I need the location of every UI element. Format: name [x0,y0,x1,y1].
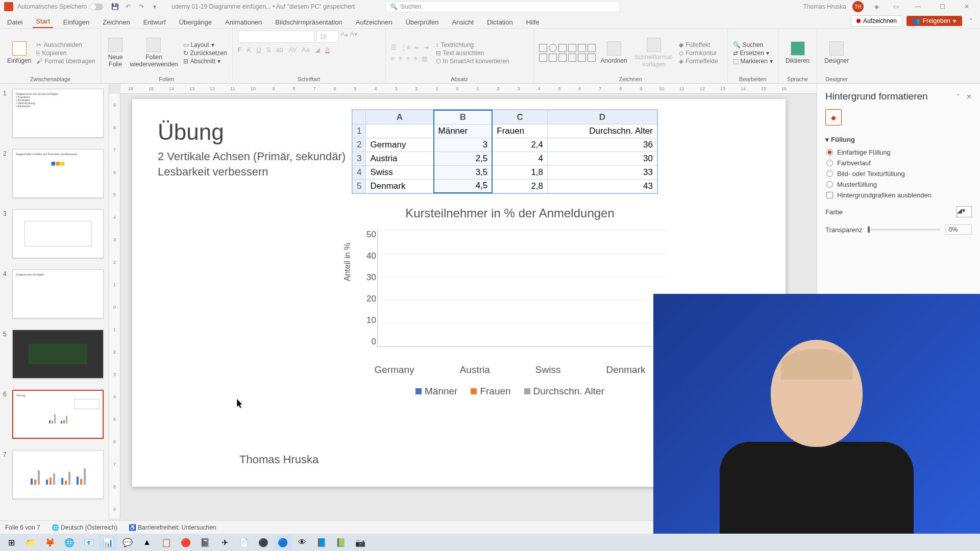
transparency-value[interactable]: 0% [945,224,972,235]
app4-icon[interactable]: 📄 [235,535,253,549]
slide-thumb-7[interactable] [12,450,104,499]
accessibility-check[interactable]: ♿ Barrierefreiheit: Untersuchen [129,524,216,531]
app2-icon[interactable]: 📋 [157,535,176,549]
cut-button[interactable]: ✂ Ausschneiden [36,41,95,48]
fill-section-header[interactable]: ▾Füllung [825,136,972,143]
case-button[interactable]: Aa [302,46,310,54]
transparency-slider[interactable] [868,229,941,231]
obs-icon[interactable]: ⚫ [254,535,273,549]
outlook-icon[interactable]: 📧 [80,535,98,549]
vlc-icon[interactable]: ▲ [138,535,156,549]
tab-ueberpruefen[interactable]: Überprüfen [402,16,442,28]
italic-button[interactable]: K [247,46,252,54]
align-left-icon[interactable]: ≡ [391,55,395,62]
align-center-icon[interactable]: ≡ [399,55,402,62]
slide-thumb-3[interactable] [12,209,104,258]
telegram-icon[interactable]: ✈ [215,535,234,549]
explorer-icon[interactable]: 📁 [21,535,40,549]
underline-button[interactable]: U [256,46,261,54]
start-button[interactable]: ⊞ [2,535,20,549]
tab-aufzeichnen[interactable]: Aufzeichnen [353,16,396,28]
layout-button[interactable]: ▭ Layout ▾ [183,41,227,48]
chart[interactable]: Kursteilnehmer in % der Anmeldungen Ante… [352,206,668,397]
shape-fill-button[interactable]: ◆ Fülleffekt [679,41,718,48]
radio-picture-fill[interactable]: Bild- oder Texturfüllung [826,170,971,178]
decrease-font-icon[interactable]: A▾ [350,31,357,43]
shape-effects-button[interactable]: ◈ Formeffekte [679,58,718,65]
tab-datei[interactable]: Datei [4,16,26,28]
checkbox-hide-bg-graphics[interactable]: Hintergrundgrafiken ausblenden [826,191,971,199]
app3-icon[interactable]: 🔴 [177,535,195,549]
smartart-button[interactable]: ⬡ In SmartArt konvertieren [436,58,509,65]
pane-close-icon[interactable]: ✕ [966,93,972,101]
excel-icon[interactable]: 📗 [332,535,350,549]
shape-outline-button[interactable]: ◇ Formkontur [679,49,718,57]
font-family-dropdown[interactable] [238,31,314,43]
numbering-icon[interactable]: ⋮≡ [401,44,410,51]
slide-counter[interactable]: Folie 6 von 7 [5,524,40,531]
section-button[interactable]: ⊟ Abschnitt ▾ [183,58,227,65]
user-avatar[interactable]: TH [852,1,864,12]
chrome-icon[interactable]: 🌐 [60,535,79,549]
word-icon[interactable]: 📘 [312,535,331,549]
font-color-button[interactable]: A [325,46,330,54]
excel-table[interactable]: A B C D 1 Männer Frauen Durchschn. Alter… [352,109,658,194]
highlight-button[interactable]: ◢ [315,46,320,54]
tab-dictation[interactable]: Dictation [484,16,516,28]
record-button[interactable]: Aufzeichnen [851,15,902,27]
coming-soon-icon[interactable]: ◈ [872,2,881,11]
app6-icon[interactable]: 👁 [293,535,311,549]
dictate-button[interactable]: Diktieren [783,40,812,65]
arrange-button[interactable]: Anordnen [599,40,629,65]
replace-button[interactable]: ⇄ Ersetzen ▾ [733,49,773,57]
shadow-button[interactable]: ab [276,46,283,54]
save-icon[interactable]: 💾 [110,2,119,11]
tab-einfuegen[interactable]: Einfügen [60,16,92,28]
share-button[interactable]: 👥Freigeben▾ [906,16,962,26]
tab-start[interactable]: Start [33,15,53,28]
table-corner[interactable] [353,110,366,124]
shapes-gallery[interactable] [539,44,596,62]
indent-inc-icon[interactable]: ⇥ [424,44,429,51]
indent-dec-icon[interactable]: ⇤ [414,44,420,51]
find-button[interactable]: 🔍 Suchen [733,41,773,48]
tab-hilfe[interactable]: Hilfe [523,16,543,28]
ribbon-mode-icon[interactable]: ▭ [891,2,900,11]
fill-category-icon[interactable]: ◆ [825,109,842,126]
collapse-ribbon-icon[interactable]: ˅ [966,17,976,25]
new-slide-button[interactable]: Neue Folie [106,37,125,69]
justify-icon[interactable]: ≡ [414,55,418,62]
firefox-icon[interactable]: 🦊 [41,535,59,549]
slide-thumb-2[interactable]: Sagenhafte Unfälle auf Schritten (aufbau… [12,149,104,198]
slide-thumb-6[interactable]: Übung [12,390,104,439]
slide-thumb-1[interactable]: Diagramme aus Excel einfügen• Kopieren• … [12,89,104,138]
radio-gradient-fill[interactable]: Farbverlauf [826,159,971,167]
select-button[interactable]: ⬚ Markieren ▾ [733,58,773,65]
columns-icon[interactable]: ▥ [422,55,427,62]
search-box[interactable]: 🔍 Suchen [385,1,620,12]
designer-button[interactable]: Designer [822,40,851,65]
radio-solid-fill[interactable]: Einfarbige Füllung [826,148,971,156]
color-picker[interactable]: ◢▾ [957,206,972,217]
bullets-icon[interactable]: ☰ [391,44,397,51]
onenote-icon[interactable]: 📓 [196,535,214,549]
spacing-button[interactable]: AV [288,46,297,54]
slide-thumb-4[interactable]: Diagramme einfügen [12,269,104,318]
redo-icon[interactable]: ↷ [137,2,146,11]
autosave-toggle[interactable] [90,4,103,10]
align-text-button[interactable]: ⊟ Text ausrichten [436,49,509,57]
pane-options-icon[interactable]: ˅ [957,93,960,101]
maximize-button[interactable]: ☐ [933,0,951,13]
tab-ansicht[interactable]: Ansicht [449,16,477,28]
app5-icon[interactable]: 🔵 [274,535,292,549]
quick-styles-button[interactable]: Schnellformat- vorlagen [632,37,676,69]
tab-bildschirmpraesentation[interactable]: Bildschirmpräsentation [272,16,346,28]
tab-zeichnen[interactable]: Zeichnen [100,16,133,28]
reuse-slides-button[interactable]: Folien wiederverwenden [128,37,180,69]
paste-button[interactable]: Einfügen [5,40,33,65]
slide-thumb-5[interactable] [12,330,104,379]
text-direction-button[interactable]: ↕ Textrichtung [436,41,509,48]
language-indicator[interactable]: 🌐 Deutsch (Österreich) [52,524,117,531]
tab-uebergaenge[interactable]: Übergänge [176,16,215,28]
qat-more-icon[interactable]: ▾ [150,2,159,11]
